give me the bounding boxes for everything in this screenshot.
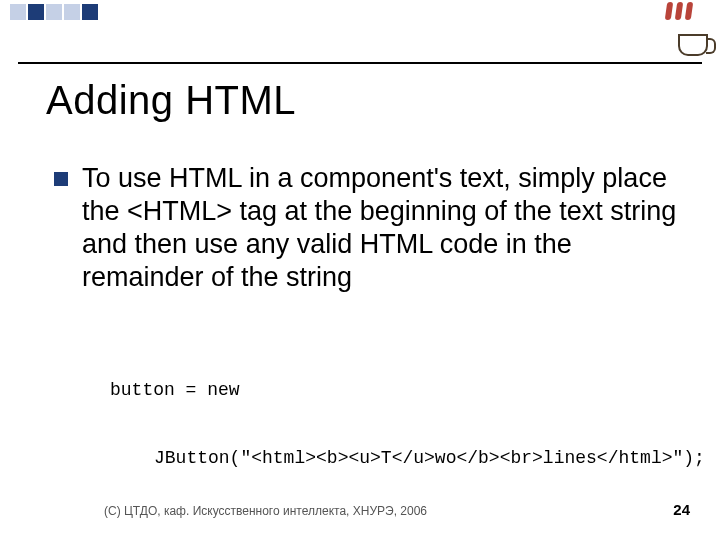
code-line: JButton("<html><b><u>T</u>wo</b><br>line…: [110, 447, 680, 470]
page-number: 24: [673, 501, 690, 518]
decorative-square: [28, 4, 44, 20]
java-coffee-icon: [656, 6, 708, 58]
header-divider: [18, 62, 702, 64]
decorative-square: [46, 4, 62, 20]
code-line: button = new: [110, 379, 680, 402]
slide-topbar: [0, 0, 720, 62]
bullet-text: To use HTML in a component's text, simpl…: [82, 162, 680, 294]
slide-body: To use HTML in a component's text, simpl…: [54, 162, 680, 294]
decorative-squares: [10, 4, 98, 20]
footer-copyright: (С) ЦТДО, каф. Искусственного интеллекта…: [104, 504, 427, 518]
code-block: button = new JButton("<html><b><u>T</u>w…: [110, 334, 680, 514]
slide-container: Adding HTML To use HTML in a component's…: [0, 0, 720, 540]
decorative-square: [64, 4, 80, 20]
mug-icon: [678, 34, 708, 56]
bullet-square-icon: [54, 172, 68, 186]
decorative-square: [82, 4, 98, 20]
steam-icon: [664, 2, 694, 26]
decorative-square: [10, 4, 26, 20]
slide-title: Adding HTML: [46, 78, 296, 123]
bullet-item: To use HTML in a component's text, simpl…: [54, 162, 680, 294]
